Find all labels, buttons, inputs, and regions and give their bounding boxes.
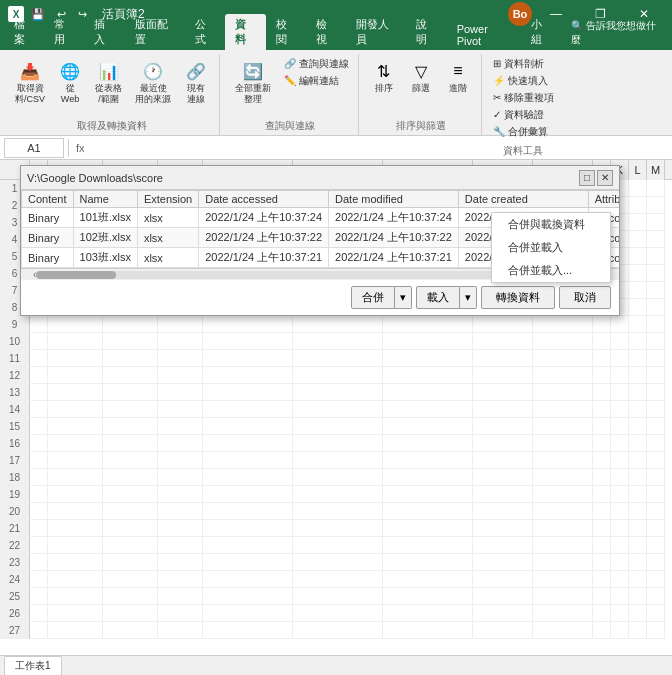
- tab-powerpivot[interactable]: Power Pivot: [447, 20, 521, 50]
- ribbon-btn-refresh-all[interactable]: 🔄 全部重新整理: [228, 56, 278, 108]
- formula-bar: A1 fx: [0, 136, 672, 160]
- tab-team[interactable]: 小組: [521, 14, 561, 50]
- ribbon-btn-table[interactable]: 📊 從表格/範圍: [90, 56, 127, 108]
- ribbon-group-query: 🔄 全部重新整理 🔗 查詢與連線 ✏️ 編輯連結 查詢與連線: [222, 54, 359, 135]
- load-main-btn[interactable]: 載入: [416, 286, 460, 309]
- sheet-tab-1[interactable]: 工作表1: [4, 656, 62, 675]
- table-icon: 📊: [97, 59, 121, 83]
- tab-help[interactable]: 說明: [406, 14, 446, 50]
- ribbon-btn-web[interactable]: 🌐 從Web: [53, 56, 87, 108]
- list-item: 103班.xlsx: [73, 248, 137, 268]
- list-item: xlsx: [137, 248, 198, 268]
- tab-formulas[interactable]: 公式: [185, 14, 225, 50]
- ribbon-tabs: 檔案 常用 插入 版面配置 公式 資料 校閱 檢視 開發人員 說明 Power …: [0, 28, 672, 50]
- dialog-close-btn[interactable]: ✕: [597, 170, 613, 186]
- ribbon-group-get-data: 📥 取得資料/CSV 🌐 從Web 📊 從表格/範圍 🕐 最近使用的來源 🔗 現…: [4, 54, 220, 135]
- tab-developer[interactable]: 開發人員: [346, 14, 406, 50]
- th-date-modified: Date modified: [329, 191, 459, 208]
- sort-icon: ⇅: [372, 59, 396, 83]
- dialog-controls: □ ✕: [579, 170, 613, 186]
- recent-icon: 🕐: [141, 59, 165, 83]
- list-item: xlsx: [137, 208, 198, 228]
- list-item: Binary: [22, 248, 74, 268]
- th-extension: Extension: [137, 191, 198, 208]
- ribbon-btn-filter[interactable]: ▽ 篩選: [404, 56, 438, 97]
- dialog-query: V:\Google Downloads\score □ ✕ Content Na…: [20, 165, 620, 316]
- combine-dropdown-btn[interactable]: ▾: [395, 286, 412, 309]
- dialog-footer: 合併 ▾ 載入 ▾ 轉換資料 取消 合併與載換資料 合併並載入 合併並載入...: [21, 280, 619, 315]
- th-content: Content: [22, 191, 74, 208]
- table-label: 從表格/範圍: [95, 83, 122, 105]
- table-header-row: Content Name Extension Date accessed Dat…: [22, 191, 620, 208]
- list-item: 2022/1/24 上午10:37:21: [329, 248, 459, 268]
- list-item: 102班.xlsx: [73, 228, 137, 248]
- ribbon-btn-sort[interactable]: ⇅ 排序: [367, 56, 401, 97]
- ribbon-col-query: 🔗 查詢與連線 ✏️ 編輯連結: [281, 56, 352, 89]
- ribbon-btn-edit-links[interactable]: ✏️ 編輯連結: [281, 73, 352, 89]
- ribbon-col-data-tools: ⊞ 資料剖析 ⚡ 快速填入 ✂ 移除重複項 ✓ 資料驗證 🔧 合併彙算: [490, 56, 557, 140]
- function-icon[interactable]: fx: [73, 142, 88, 154]
- ribbon-btn-existing[interactable]: 🔗 現有連線: [179, 56, 213, 108]
- dialog-title: V:\Google Downloads\score: [27, 172, 163, 184]
- tab-review[interactable]: 校閱: [266, 14, 306, 50]
- main-area: A B C D E F G H I J K L M 12345678910111…: [0, 160, 672, 655]
- ribbon-btn-get-csv[interactable]: 📥 取得資料/CSV: [10, 56, 50, 108]
- ribbon-btn-query-connections[interactable]: 🔗 查詢與連線: [281, 56, 352, 72]
- existing-icon: 🔗: [184, 59, 208, 83]
- ribbon-btn-validate[interactable]: ✓ 資料驗證: [490, 107, 557, 123]
- list-item: 2022/1/24 上午10:37:24: [329, 208, 459, 228]
- sheet-tabs: 工作表1: [0, 655, 672, 675]
- tab-view[interactable]: 檢視: [306, 14, 346, 50]
- th-name: Name: [73, 191, 137, 208]
- tab-file[interactable]: 檔案: [4, 14, 44, 50]
- ribbon-group-query-label: 查詢與連線: [265, 119, 315, 133]
- ribbon-btn-consolidate[interactable]: 🔧 合併彙算: [490, 124, 557, 140]
- dropdown-item-combine-load-to[interactable]: 合併並載入...: [492, 259, 610, 282]
- list-item: 2022/1/24 上午10:37:21: [199, 248, 329, 268]
- dialog-overlay: V:\Google Downloads\score □ ✕ Content Na…: [0, 160, 672, 655]
- dialog-restore-btn[interactable]: □: [579, 170, 595, 186]
- combine-btn-group: 合併 ▾: [351, 286, 412, 309]
- tab-search[interactable]: 🔍 告訴我您想做什麼: [561, 16, 668, 50]
- ribbon-group-data-tools: ⊞ 資料剖析 ⚡ 快速填入 ✂ 移除重複項 ✓ 資料驗證 🔧 合併彙算 資料工具: [484, 54, 563, 135]
- ribbon-btn-flash-fill[interactable]: ⚡ 快速填入: [490, 73, 557, 89]
- ribbon-group-sort: ⇅ 排序 ▽ 篩選 ≡ 進階 排序與篩選: [361, 54, 482, 135]
- ribbon-group-data-tools-label: 資料工具: [503, 144, 543, 158]
- transform-btn[interactable]: 轉換資料: [481, 286, 555, 309]
- combine-dropdown-menu: 合併與載換資料 合併並載入 合併並載入...: [491, 212, 611, 283]
- list-item: 2022/1/24 上午10:37:24: [199, 208, 329, 228]
- advanced-icon: ≡: [446, 59, 470, 83]
- formula-divider: [68, 139, 69, 157]
- load-btn-group: 載入 ▾: [416, 286, 477, 309]
- name-box[interactable]: A1: [4, 138, 64, 158]
- ribbon-btn-remove-dup[interactable]: ✂ 移除重複項: [490, 90, 557, 106]
- web-label: 從Web: [61, 83, 79, 105]
- refresh-all-icon: 🔄: [241, 59, 265, 83]
- recent-label: 最近使用的來源: [135, 83, 171, 105]
- list-item: 2022/1/24 上午10:37:22: [329, 228, 459, 248]
- cancel-btn[interactable]: 取消: [559, 286, 611, 309]
- ribbon-btn-recent[interactable]: 🕐 最近使用的來源: [130, 56, 176, 108]
- ribbon-group-sort-content: ⇅ 排序 ▽ 篩選 ≡ 進階: [367, 54, 475, 117]
- list-item: Binary: [22, 208, 74, 228]
- ribbon-btn-text-column[interactable]: ⊞ 資料剖析: [490, 56, 557, 72]
- list-item: xlsx: [137, 228, 198, 248]
- scrollbar-thumb[interactable]: [36, 271, 116, 279]
- advanced-label: 進階: [449, 83, 467, 94]
- filter-icon: ▽: [409, 59, 433, 83]
- tab-data[interactable]: 資料: [225, 14, 265, 50]
- refresh-all-label: 全部重新整理: [233, 83, 273, 105]
- dropdown-item-combine-transform[interactable]: 合併與載換資料: [492, 213, 610, 236]
- filter-label: 篩選: [412, 83, 430, 94]
- tab-insert[interactable]: 插入: [84, 14, 124, 50]
- load-dropdown-btn[interactable]: ▾: [460, 286, 477, 309]
- dropdown-item-combine-load[interactable]: 合併並載入: [492, 236, 610, 259]
- existing-label: 現有連線: [187, 83, 205, 105]
- ribbon: 📥 取得資料/CSV 🌐 從Web 📊 從表格/範圍 🕐 最近使用的來源 🔗 現…: [0, 50, 672, 136]
- tab-layout[interactable]: 版面配置: [125, 14, 185, 50]
- sort-label: 排序: [375, 83, 393, 94]
- ribbon-btn-advanced[interactable]: ≡ 進階: [441, 56, 475, 97]
- combine-main-btn[interactable]: 合併: [351, 286, 395, 309]
- tab-home[interactable]: 常用: [44, 14, 84, 50]
- ribbon-group-query-content: 🔄 全部重新整理 🔗 查詢與連線 ✏️ 編輯連結: [228, 54, 352, 117]
